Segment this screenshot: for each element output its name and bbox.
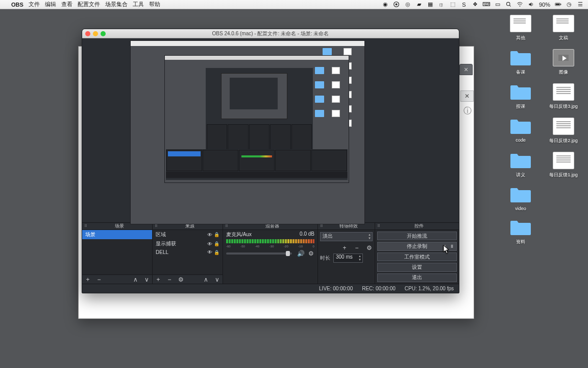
tray-icon-4[interactable]: ▰ — [415, 1, 423, 8]
volume-icon[interactable] — [528, 1, 535, 8]
lock-icon[interactable]: 🔒 — [214, 250, 219, 255]
source-remove-button[interactable]: − — [166, 276, 173, 283]
status-live: LIVE: 00:00:00 — [319, 286, 353, 291]
scene-up-button[interactable]: ∧ — [132, 276, 139, 283]
tray-display-icon[interactable]: ▭ — [494, 1, 501, 8]
source-down-button[interactable]: ∨ — [213, 276, 220, 283]
tray-icon-10[interactable]: ⌨ — [483, 1, 490, 8]
wifi-icon[interactable] — [517, 1, 524, 8]
pause-icon[interactable]: ⏸ — [450, 244, 454, 249]
grip-icon[interactable]: ⠿ — [225, 224, 228, 228]
grip-icon[interactable]: ⠿ — [155, 224, 158, 228]
tray-icon-clock[interactable]: ◷ — [566, 1, 573, 8]
visibility-icon[interactable]: 👁 — [207, 241, 212, 247]
source-settings-button[interactable]: ⚙ — [177, 276, 184, 283]
tray-icon-5[interactable]: ▦ — [427, 1, 434, 8]
menu-scene-collection[interactable]: 场景集合 — [105, 1, 128, 8]
source-item[interactable]: 显示捕获👁🔒 — [153, 239, 223, 248]
grip-icon[interactable]: ⠿ — [377, 224, 380, 228]
menu-profile[interactable]: 配置文件 — [78, 1, 100, 8]
desktop-item[interactable]: 每日反馈2.jpg — [543, 117, 584, 144]
control-center-icon[interactable]: ☰ — [577, 1, 584, 8]
source-item[interactable]: 区域👁🔒 — [153, 230, 223, 239]
transition-select[interactable]: 淡出▲▼ — [320, 232, 373, 241]
start-stream-button[interactable]: 开始推流 — [377, 232, 457, 240]
lock-icon[interactable]: 🔒 — [214, 232, 219, 237]
meter-ticks: -60-50-40-30-20-100 — [226, 245, 314, 249]
num-stepper-icon[interactable]: ▲▼ — [358, 255, 361, 262]
image-file-icon — [553, 83, 574, 101]
desktop-item[interactable]: 每日反馈3.jpg — [543, 83, 584, 110]
visibility-icon[interactable]: 👁 — [207, 249, 212, 255]
desktop-item[interactable]: 文稿 — [543, 14, 584, 41]
desktop-item[interactable]: video — [500, 186, 541, 211]
menu-tools[interactable]: 工具 — [133, 1, 144, 8]
spotlight-icon[interactable] — [505, 1, 512, 8]
scene-item[interactable]: 场景 — [82, 230, 152, 239]
stop-record-button[interactable]: 停止录制↖⏸ — [377, 242, 457, 250]
tray-obs-icon[interactable] — [393, 1, 400, 8]
menu-view[interactable]: 查看 — [61, 1, 72, 8]
cursor-icon: ↖ — [444, 244, 448, 249]
mixer-channel-name: 麦克风/Aux — [226, 231, 252, 238]
battery-percent[interactable]: 90% — [539, 2, 550, 8]
desktop-item[interactable]: 资料 — [500, 218, 541, 245]
source-up-button[interactable]: ∧ — [202, 276, 209, 283]
studio-mode-button[interactable]: 工作室模式 — [377, 252, 457, 261]
obs-titlebar[interactable]: OBS 24.0.6 (mac) - 配置文件: 未命名 - 场景: 未命名 — [82, 29, 459, 38]
volume-slider[interactable] — [226, 252, 292, 255]
lock-icon[interactable]: 🔒 — [214, 241, 219, 246]
dialog-close-tab[interactable]: × — [459, 64, 473, 75]
tray-icon-7[interactable]: ⬚ — [449, 1, 456, 8]
duration-input[interactable]: 300 ms▲▼ — [333, 254, 363, 263]
dialog-help-icon[interactable]: ⓘ — [462, 106, 473, 116]
obs-preview[interactable] — [82, 38, 459, 222]
folder-icon — [509, 186, 532, 203]
desktop-item[interactable]: 每日反馈1.jpg — [543, 151, 584, 178]
exit-button[interactable]: 退出 — [377, 273, 457, 282]
desktop-label: 资料 — [516, 239, 525, 245]
file-icon — [510, 15, 531, 32]
folder-icon — [509, 219, 532, 236]
folder-icon — [509, 49, 532, 66]
scene-remove-button[interactable]: − — [95, 276, 103, 283]
obs-window: OBS 24.0.6 (mac) - 配置文件: 未命名 - 场景: 未命名 — [82, 29, 459, 293]
scene-add-button[interactable]: + — [84, 276, 91, 283]
menubar-app[interactable]: OBS — [11, 2, 23, 8]
menu-help[interactable]: 帮助 — [149, 1, 160, 8]
transition-add-button[interactable]: + — [341, 244, 348, 251]
tray-icon-6[interactable]: ⎅ — [438, 1, 445, 8]
tray-icon-1[interactable]: ◉ — [382, 1, 389, 8]
settings-button[interactable]: 设置 — [377, 263, 457, 271]
menu-edit[interactable]: 编辑 — [45, 1, 56, 8]
tray-icon-9[interactable]: ❖ — [472, 1, 479, 8]
mute-icon[interactable]: 🔊 — [297, 250, 304, 257]
scene-down-button[interactable]: ∨ — [143, 276, 150, 283]
tray-icon-8[interactable]: S — [460, 1, 468, 8]
source-item[interactable]: DELL👁🔒 — [153, 248, 223, 256]
desktop-label: 文稿 — [559, 35, 568, 41]
battery-icon[interactable] — [554, 1, 561, 8]
dialog-close-x[interactable]: ✕ — [460, 90, 474, 102]
grip-icon[interactable]: ⠿ — [84, 224, 87, 228]
menu-file[interactable]: 文件 — [29, 1, 40, 8]
window-close-icon[interactable] — [85, 31, 90, 36]
preview-capture[interactable] — [130, 40, 365, 224]
desktop-item[interactable]: 图像 — [543, 49, 584, 76]
desktop-item[interactable]: 讲义 — [500, 151, 541, 178]
desktop-item[interactable]: 备课 — [500, 49, 541, 76]
desktop-item[interactable]: code — [500, 117, 541, 144]
desktop-item[interactable]: 授课 — [500, 83, 541, 110]
source-add-button[interactable]: + — [155, 276, 162, 283]
desktop-item[interactable]: 其他 — [500, 14, 541, 41]
mixer-settings-icon[interactable]: ⚙ — [307, 250, 314, 257]
visibility-icon[interactable]: 👁 — [207, 232, 212, 238]
window-zoom-icon[interactable] — [101, 31, 106, 36]
tray-icon-3[interactable]: ◎ — [404, 1, 411, 8]
desktop-label: 讲义 — [516, 172, 525, 178]
transition-remove-button[interactable]: − — [353, 244, 360, 251]
grip-icon[interactable]: ⠿ — [320, 224, 323, 228]
window-minimize-icon[interactable] — [93, 31, 98, 36]
transition-settings-button[interactable]: ⚙ — [365, 244, 373, 251]
window-title: OBS 24.0.6 (mac) - 配置文件: 未命名 - 场景: 未命名 — [82, 30, 459, 37]
